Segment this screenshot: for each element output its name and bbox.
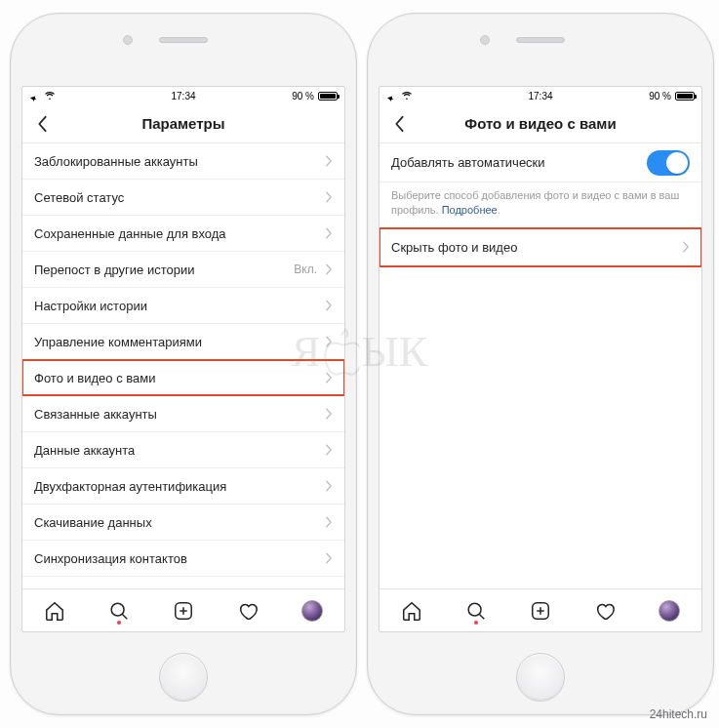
chevron-right-icon xyxy=(325,408,333,420)
heart-icon xyxy=(237,600,259,622)
tab-activity[interactable] xyxy=(593,599,617,623)
settings-list[interactable]: Заблокированные аккаунтыСетевой статусСо… xyxy=(22,143,344,588)
svg-point-5 xyxy=(468,603,481,616)
tab-add[interactable] xyxy=(529,599,552,623)
row-label: Настройки истории xyxy=(34,299,147,313)
row-trail xyxy=(325,300,333,311)
row-label: Скрыть фото и видео xyxy=(391,240,517,255)
chevron-right-icon xyxy=(325,155,333,167)
tab-profile[interactable] xyxy=(300,599,324,623)
content-right: Добавлять автоматически Выберите способ … xyxy=(379,143,701,588)
description-text: Выберите способ добавления фото и видео … xyxy=(391,189,679,216)
row-trail xyxy=(325,191,333,203)
row-label: Двухфакторная аутентификация xyxy=(34,479,226,494)
chevron-right-icon xyxy=(682,241,690,253)
row-trail xyxy=(325,372,333,384)
chevron-right-icon xyxy=(325,300,333,311)
description-block: Выберите способ добавления фото и видео … xyxy=(379,182,701,228)
back-button[interactable] xyxy=(387,109,411,139)
row-label: Перепост в другие истории xyxy=(34,263,194,277)
phone-frame-right: 17:34 90 % Фото и видео с вами Добавлять… xyxy=(367,13,714,715)
row-trail xyxy=(325,480,333,492)
speaker xyxy=(159,37,208,43)
camera-dot xyxy=(480,35,490,45)
add-post-icon xyxy=(173,600,194,622)
settings-row[interactable]: Перепост в другие историиВкл. xyxy=(22,252,344,288)
settings-row[interactable]: Связанные аккаунты xyxy=(22,396,344,432)
row-trail xyxy=(325,444,333,456)
settings-row[interactable]: Сохраненные данные для входа xyxy=(22,216,344,252)
tab-home[interactable] xyxy=(43,599,66,623)
tab-home[interactable] xyxy=(400,599,423,623)
chevron-right-icon xyxy=(325,480,333,492)
row-trail xyxy=(325,227,333,239)
settings-row[interactable]: Управление комментариями xyxy=(22,324,344,360)
row-label: Сохраненные данные для входа xyxy=(34,226,226,241)
tab-search[interactable] xyxy=(107,599,131,623)
home-button[interactable] xyxy=(159,653,208,702)
status-bar: 17:34 90 % xyxy=(379,87,701,104)
row-trail xyxy=(325,516,333,528)
chevron-right-icon xyxy=(325,444,333,456)
search-icon xyxy=(108,600,130,622)
settings-row[interactable]: Сетевой статус xyxy=(22,180,344,216)
status-time: 17:34 xyxy=(379,91,701,101)
row-trail xyxy=(325,552,333,564)
row-trail xyxy=(325,336,333,347)
phone-frame-left: 17:34 90 % Параметры Заблокированные акк… xyxy=(10,13,357,715)
tab-search[interactable] xyxy=(464,599,488,623)
settings-row[interactable]: Данные аккаунта xyxy=(22,432,344,468)
row-label: Фото и видео с вами xyxy=(34,371,155,385)
avatar-icon xyxy=(301,600,323,622)
row-label: Связанные аккаунты xyxy=(34,407,157,422)
add-post-icon xyxy=(530,600,551,622)
settings-row[interactable]: Фото и видео с вами xyxy=(22,360,344,396)
screen-right: 17:34 90 % Фото и видео с вами Добавлять… xyxy=(379,86,702,632)
notification-dot xyxy=(474,621,478,625)
battery-icon xyxy=(318,92,338,101)
screen-left: 17:34 90 % Параметры Заблокированные акк… xyxy=(21,86,345,632)
row-label: Синхронизация контактов xyxy=(34,551,187,566)
chevron-left-icon xyxy=(393,115,405,133)
chevron-right-icon xyxy=(325,227,333,239)
home-button[interactable] xyxy=(516,653,565,702)
row-label: Данные аккаунта xyxy=(34,443,135,458)
row-auto-add[interactable]: Добавлять автоматически xyxy=(379,143,701,182)
row-label: Добавлять автоматически xyxy=(391,155,545,170)
settings-row[interactable]: Заблокированные аккаунты xyxy=(22,143,344,180)
tab-add[interactable] xyxy=(172,599,195,623)
source-credit: 24hitech.ru xyxy=(650,708,707,721)
settings-row[interactable]: Помощь xyxy=(22,577,344,588)
status-bar: 17:34 90 % xyxy=(22,87,344,104)
settings-row[interactable]: Двухфакторная аутентификация xyxy=(22,468,344,505)
nav-header: Параметры xyxy=(22,104,344,143)
settings-row[interactable]: Синхронизация контактов xyxy=(22,541,344,577)
chevron-left-icon xyxy=(36,115,48,133)
heart-icon xyxy=(594,600,616,622)
toggle-switch[interactable] xyxy=(647,150,690,176)
settings-row[interactable]: Скачивание данных xyxy=(22,505,344,541)
notification-dot xyxy=(117,621,121,625)
search-icon xyxy=(465,600,487,622)
row-label: Скачивание данных xyxy=(34,515,152,530)
battery-icon xyxy=(675,92,695,101)
tab-profile[interactable] xyxy=(658,599,681,623)
back-button[interactable] xyxy=(30,109,54,139)
row-label: Заблокированные аккаунты xyxy=(34,154,198,169)
row-trail xyxy=(325,408,333,420)
settings-row[interactable]: Настройки истории xyxy=(22,288,344,324)
home-icon xyxy=(401,600,422,622)
svg-line-6 xyxy=(479,614,484,619)
learn-more-link[interactable]: Подробнее xyxy=(442,204,498,216)
speaker xyxy=(516,37,565,43)
row-label: Сетевой статус xyxy=(34,190,124,205)
chevron-right-icon xyxy=(325,372,333,384)
row-hide-photos[interactable]: Скрыть фото и видео xyxy=(379,228,701,267)
tab-bar xyxy=(379,588,701,631)
nav-header: Фото и видео с вами xyxy=(379,104,701,143)
tab-activity[interactable] xyxy=(236,599,260,623)
chevron-right-icon xyxy=(325,552,333,564)
chevron-right-icon xyxy=(325,336,333,347)
tab-bar xyxy=(22,588,344,631)
row-trail: Вкл. xyxy=(294,263,333,276)
